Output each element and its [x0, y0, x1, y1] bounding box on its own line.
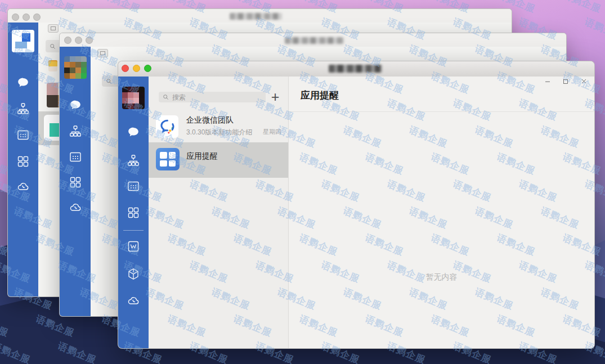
zoom-traffic-light[interactable] [144, 65, 151, 72]
chat-item-subtitle: 3.0.30版本新功能介绍 [186, 128, 259, 137]
sidebar-item-workbench[interactable] [69, 176, 82, 189]
page-title: 应用提醒 [301, 89, 339, 102]
new-chat-button[interactable]: + [268, 89, 283, 105]
desktop: + 企业微信团队 3.0.30版本新功能介绍 星期四 应用提醒 [0, 0, 605, 364]
avatar[interactable] [12, 30, 34, 52]
chat-list-item-app-alerts[interactable]: 应用提醒 [149, 142, 288, 178]
window-title-blurred [230, 13, 282, 20]
sidebar-item-cloud-phone[interactable] [69, 201, 82, 214]
sidebar-item-contacts[interactable] [16, 102, 30, 115]
close-traffic-light-inactive[interactable] [12, 14, 19, 21]
sidebar-item-chat[interactable] [127, 125, 140, 139]
sidebar-item-workbench[interactable] [16, 155, 30, 168]
window-title-blurred [285, 37, 344, 44]
sidebar-item-calendar[interactable] [69, 150, 82, 164]
chat-item-title: 应用提醒 [186, 151, 218, 161]
minimize-traffic-light-inactive[interactable] [75, 37, 82, 44]
sidebar-item-chat[interactable] [69, 98, 82, 112]
sidebar-item-cloud-phone[interactable] [16, 180, 30, 194]
chat-avatar-emoji[interactable] [48, 60, 57, 71]
window-title-blurred [329, 65, 382, 73]
sidebar-item-calendar[interactable] [127, 179, 140, 193]
sidebar [60, 47, 91, 316]
chat-item-subtitle-row: 3.0.30版本新功能介绍 星期四 [186, 128, 281, 137]
close-traffic-light[interactable] [122, 65, 129, 72]
titlebar[interactable] [118, 61, 594, 77]
search-icon [49, 43, 56, 50]
chat-list-item-wxwork-team[interactable]: 企业微信团队 3.0.30版本新功能介绍 星期四 [149, 111, 288, 142]
search-icon [105, 78, 113, 85]
app-alerts-icon [156, 148, 180, 170]
maximize-icon[interactable] [562, 78, 569, 85]
toolbar-button[interactable] [48, 24, 59, 33]
window-front[interactable]: + 企业微信团队 3.0.30版本新功能介绍 星期四 应用提醒 [118, 61, 595, 349]
avatar-pixelated[interactable] [122, 87, 145, 109]
chat-item-time: 星期四 [263, 128, 281, 137]
toolbar-button[interactable] [97, 49, 108, 57]
search-input[interactable] [159, 92, 266, 102]
titlebar[interactable] [60, 33, 566, 47]
window-controls [544, 78, 588, 85]
chat-list-panel: + 企业微信团队 3.0.30版本新功能介绍 星期四 应用提醒 [149, 77, 289, 348]
window-body: + 企业微信团队 3.0.30版本新功能介绍 星期四 应用提醒 [118, 77, 594, 348]
traffic-lights [122, 65, 151, 72]
empty-state-text: 暂无内容 [289, 272, 594, 282]
avatar-pixelated[interactable] [64, 56, 87, 79]
sidebar-item-cloud-phone[interactable] [127, 294, 140, 308]
sidebar-item-w-docs[interactable] [127, 240, 140, 253]
minimize-traffic-light-inactive[interactable] [23, 14, 30, 21]
sidebar-item-workbench[interactable] [127, 206, 140, 219]
sidebar-item-package[interactable] [127, 267, 140, 281]
sidebar-item-chat[interactable] [16, 76, 30, 89]
titlebar[interactable] [8, 9, 512, 23]
sidebar-item-contacts[interactable] [127, 154, 140, 167]
sidebar [8, 23, 38, 296]
main-panel: 应用提醒 暂无内容 [289, 77, 594, 348]
sidebar [118, 77, 149, 348]
sidebar-item-calendar[interactable] [16, 128, 30, 142]
wxwork-team-logo-icon [156, 115, 178, 138]
traffic-lights [12, 14, 41, 21]
zoom-traffic-light-inactive[interactable] [86, 37, 93, 44]
sidebar-divider [123, 230, 144, 231]
close-traffic-light-inactive[interactable] [64, 37, 71, 44]
zoom-traffic-light-inactive[interactable] [33, 14, 41, 21]
traffic-lights [64, 37, 93, 44]
chat-item-title: 企业微信团队 [186, 115, 234, 125]
minimize-icon[interactable] [544, 78, 551, 85]
minimize-traffic-light[interactable] [133, 65, 140, 72]
sidebar-item-contacts[interactable] [69, 124, 82, 138]
close-icon[interactable] [580, 78, 588, 85]
